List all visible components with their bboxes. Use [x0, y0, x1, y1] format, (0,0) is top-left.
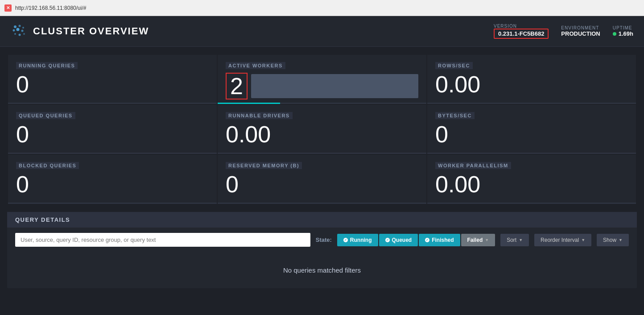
query-details-title: QUERY DETAILS	[7, 212, 637, 228]
metric-card-runnable-drivers: RUNNABLE DRIVERS0.00	[218, 105, 426, 154]
app-header: CLUSTER OVERVIEW VERSION 0.231.1-FC5B682…	[0, 16, 644, 47]
metric-label-rows-sec: ROWS/SEC	[435, 62, 473, 69]
metric-bar-active-workers	[218, 103, 426, 104]
state-btn-queued[interactable]: ✓ Queued	[379, 234, 418, 246]
metric-value-active-workers: 2	[226, 73, 248, 99]
metric-label-blocked-queries: BLOCKED QUERIES	[16, 162, 79, 169]
browser-url: http://192.168.56.11:8080/ui/#	[15, 5, 86, 11]
query-details-filters: State: ✓ Running ✓ Queued ✓ Finished Fai…	[7, 228, 637, 252]
metric-value-worker-parallelism: 0.00	[435, 173, 628, 196]
metric-bar-runnable-drivers	[218, 153, 426, 154]
version-label: VERSION	[494, 24, 517, 29]
favicon-icon: ✕	[4, 4, 12, 12]
version-meta: VERSION 0.231.1-FC5B682	[494, 24, 549, 39]
environment-meta: ENVIRONMENT PRODUCTION	[561, 25, 600, 37]
metric-bar-running-queries	[8, 103, 217, 104]
metric-value-rows-sec: 0.00	[435, 73, 628, 96]
metric-value-running-queries: 0	[16, 73, 209, 96]
metric-label-reserved-memory: RESERVED MEMORY (B)	[226, 162, 302, 169]
metric-label-active-workers: ACTIVE WORKERS	[226, 62, 285, 69]
metric-bar-worker-parallelism	[427, 203, 636, 204]
state-btn-failed[interactable]: Failed ▼	[461, 234, 495, 246]
state-btn-finished[interactable]: ✓ Finished	[419, 234, 460, 246]
metric-label-running-queries: RUNNING QUERIES	[16, 62, 78, 69]
metric-label-queued-queries: QUEUED QUERIES	[16, 112, 75, 119]
metrics-grid: RUNNING QUERIES0ACTIVE WORKERS2ROWS/SEC0…	[7, 54, 637, 205]
sort-dropdown-arrow: ▼	[519, 238, 523, 242]
uptime-dot	[613, 32, 616, 36]
sort-button[interactable]: Sort ▼	[500, 234, 529, 246]
reorder-dropdown-arrow: ▼	[581, 238, 585, 242]
no-results-message: No queries matched filters	[7, 252, 637, 288]
metric-card-worker-parallelism: WORKER PARALLELISM0.00	[427, 155, 636, 204]
uptime-label: UPTIME	[613, 25, 632, 30]
app-container: CLUSTER OVERVIEW VERSION 0.231.1-FC5B682…	[0, 16, 644, 315]
svg-point-0	[14, 25, 17, 28]
metric-card-bytes-sec: BYTES/SEC0	[427, 105, 636, 154]
environment-value: PRODUCTION	[561, 30, 600, 37]
metric-card-running-queries: RUNNING QUERIES0	[8, 55, 217, 104]
svg-point-1	[19, 25, 21, 27]
metric-value-reserved-memory: 0	[226, 173, 418, 196]
state-btn-running[interactable]: ✓ Running	[337, 234, 378, 246]
metric-card-reserved-memory: RESERVED MEMORY (B)0	[218, 155, 426, 204]
environment-label: ENVIRONMENT	[561, 25, 599, 30]
metric-card-rows-sec: ROWS/SEC0.00	[427, 55, 636, 104]
workers-progress-bar	[251, 74, 418, 98]
query-filter-input[interactable]	[15, 233, 310, 247]
show-dropdown-arrow: ▼	[619, 238, 623, 242]
logo-icon	[11, 23, 27, 39]
metric-bar-fill-active-workers	[218, 103, 280, 104]
metric-label-bytes-sec: BYTES/SEC	[435, 112, 475, 119]
browser-chrome: ✕ http://192.168.56.11:8080/ui/#	[0, 0, 644, 16]
metric-bar-bytes-sec	[427, 153, 636, 154]
show-button[interactable]: Show ▼	[597, 234, 629, 246]
metric-bar-reserved-memory	[218, 203, 426, 204]
uptime-value: 1.69h	[613, 30, 633, 37]
uptime-meta: UPTIME 1.69h	[613, 25, 633, 37]
check-icon-running: ✓	[343, 238, 348, 242]
header-left: CLUSTER OVERVIEW	[11, 23, 149, 39]
svg-point-4	[17, 28, 20, 31]
state-buttons-group: ✓ Running ✓ Queued ✓ Finished Failed ▼	[337, 234, 495, 246]
version-value: 0.231.1-FC5B682	[494, 29, 549, 39]
check-icon-finished: ✓	[425, 238, 429, 242]
metric-label-runnable-drivers: RUNNABLE DRIVERS	[226, 112, 293, 119]
svg-point-2	[22, 27, 24, 29]
svg-point-3	[13, 29, 15, 32]
metric-value-queued-queries: 0	[16, 123, 209, 146]
query-details-section: QUERY DETAILS State: ✓ Running ✓ Queued …	[7, 212, 637, 288]
metric-bar-queued-queries	[8, 153, 217, 154]
state-label: State:	[316, 236, 332, 243]
metric-card-blocked-queries: BLOCKED QUERIES0	[8, 155, 217, 204]
page-title: CLUSTER OVERVIEW	[33, 25, 149, 37]
metric-card-active-workers: ACTIVE WORKERS2	[218, 55, 426, 104]
svg-point-7	[19, 34, 21, 36]
metric-label-worker-parallelism: WORKER PARALLELISM	[435, 162, 511, 169]
svg-point-6	[14, 33, 16, 35]
metric-value-runnable-drivers: 0.00	[226, 123, 418, 146]
workers-bar-container: 2	[226, 73, 418, 99]
reorder-interval-button[interactable]: Reorder Interval ▼	[534, 234, 591, 246]
metric-value-bytes-sec: 0	[435, 123, 628, 146]
svg-point-5	[21, 30, 24, 32]
metric-card-queued-queries: QUEUED QUERIES0	[8, 105, 217, 154]
failed-dropdown-arrow: ▼	[485, 238, 489, 242]
check-icon-queued: ✓	[385, 238, 390, 242]
header-right: VERSION 0.231.1-FC5B682 ENVIRONMENT PROD…	[494, 24, 633, 39]
svg-point-8	[23, 33, 25, 35]
metric-bar-rows-sec	[427, 103, 636, 104]
metric-value-blocked-queries: 0	[16, 173, 209, 196]
metric-bar-blocked-queries	[8, 203, 217, 204]
